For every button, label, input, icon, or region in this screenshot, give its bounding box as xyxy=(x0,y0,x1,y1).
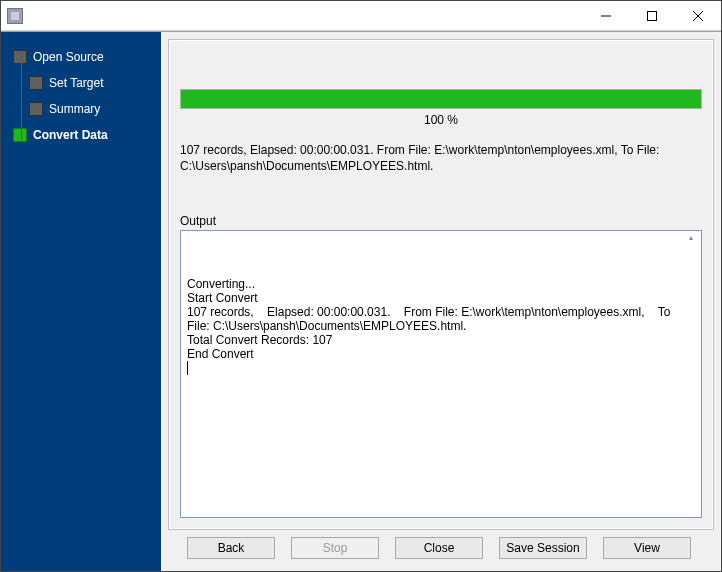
sidebar: Open Source Set Target Summary Convert D… xyxy=(1,32,161,571)
svg-rect-0 xyxy=(648,11,657,20)
sidebar-item-label: Summary xyxy=(49,102,100,116)
close-window-button[interactable] xyxy=(675,1,721,30)
progress-bar xyxy=(180,89,702,109)
status-text: 107 records, Elapsed: 00:00:00.031. From… xyxy=(180,143,702,174)
maximize-icon xyxy=(647,11,657,21)
output-line: End Convert xyxy=(187,347,695,361)
output-line: Start Convert xyxy=(187,291,695,305)
tree-connector xyxy=(21,60,22,140)
app-icon xyxy=(7,8,23,24)
output-line: 107 records, Elapsed: 00:00:00.031. From… xyxy=(187,305,695,333)
close-button[interactable]: Close xyxy=(395,537,483,559)
save-session-button[interactable]: Save Session xyxy=(499,537,587,559)
status-line-2: C:\Users\pansh\Documents\EMPLOYEES.html. xyxy=(180,159,702,175)
sidebar-item-open-source[interactable]: Open Source xyxy=(1,44,161,70)
view-button[interactable]: View xyxy=(603,537,691,559)
close-icon xyxy=(693,11,703,21)
sidebar-item-label: Open Source xyxy=(33,50,104,64)
minimize-button[interactable] xyxy=(583,1,629,30)
sidebar-item-label: Set Target xyxy=(49,76,103,90)
window-body: Open Source Set Target Summary Convert D… xyxy=(1,31,721,571)
sidebar-item-summary[interactable]: Summary xyxy=(1,96,161,122)
output-textarea[interactable]: ▴ Converting...Start Convert107 records,… xyxy=(180,230,702,518)
titlebar xyxy=(1,1,721,31)
scroll-up-icon: ▴ xyxy=(689,233,699,243)
maximize-button[interactable] xyxy=(629,1,675,30)
progress-label: 100 % xyxy=(180,113,702,127)
progress-fill xyxy=(181,90,701,108)
status-line-1: 107 records, Elapsed: 00:00:00.031. From… xyxy=(180,143,702,159)
content-panel: 100 % 107 records, Elapsed: 00:00:00.031… xyxy=(169,40,713,529)
sidebar-item-set-target[interactable]: Set Target xyxy=(1,70,161,96)
main-area: 100 % 107 records, Elapsed: 00:00:00.031… xyxy=(161,32,721,571)
output-line: Total Convert Records: 107 xyxy=(187,333,695,347)
step-box-icon xyxy=(29,102,43,116)
output-line: Converting... xyxy=(187,277,695,291)
button-row: Back Stop Close Save Session View xyxy=(169,529,713,563)
step-box-icon xyxy=(29,76,43,90)
step-box-icon xyxy=(13,50,27,64)
app-window: Open Source Set Target Summary Convert D… xyxy=(0,0,722,572)
sidebar-item-convert-data[interactable]: Convert Data xyxy=(1,122,161,148)
sidebar-item-label: Convert Data xyxy=(33,128,108,142)
step-box-icon xyxy=(13,128,27,142)
stop-button[interactable]: Stop xyxy=(291,537,379,559)
text-caret xyxy=(187,361,188,375)
window-controls xyxy=(583,1,721,30)
back-button[interactable]: Back xyxy=(187,537,275,559)
output-label: Output xyxy=(180,214,702,228)
minimize-icon xyxy=(601,11,611,21)
